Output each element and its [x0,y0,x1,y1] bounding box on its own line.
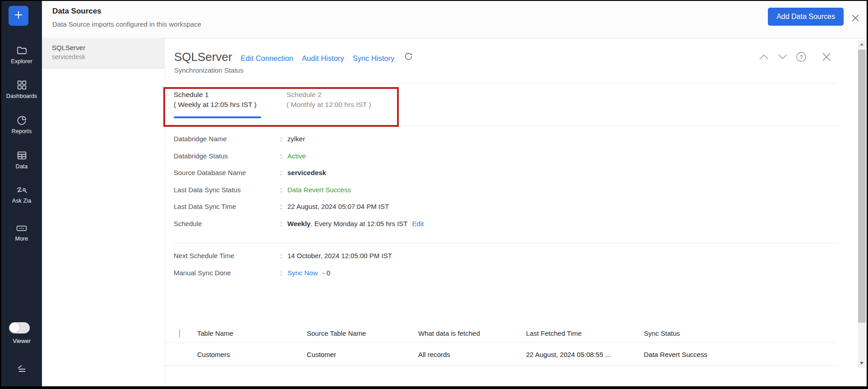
column-header: Last Fetched Time [526,329,644,337]
grid-icon [1,79,42,91]
tab-name: Schedule 1 [174,90,257,100]
table-icon [1,150,42,161]
column-header: Source Table Name [307,329,418,337]
toggle-knob [10,323,19,333]
detail-label: Source Database Name [174,169,280,176]
tab-schedule-2[interactable]: Schedule 2 ( Monthly at 12:00 hrs IST ) [286,90,371,110]
add-data-sources-button[interactable]: Add Data Sources [768,8,844,26]
status-badge: Active [287,152,306,160]
data-source-list: SQLServer servicedesk [42,39,165,386]
colon: : [280,203,287,210]
section-label: Synchronization Status [174,66,243,74]
sync-details: Databridge Name : zylker Databridge Stat… [174,130,424,232]
sidebar-item-explorer[interactable]: Explorer [1,45,42,65]
cell-source-table-name: Customer [307,351,418,358]
sidebar-item-data[interactable]: Data [1,150,42,170]
next-source-icon[interactable] [777,53,789,60]
active-tab-indicator [174,116,261,118]
colon: : [280,169,287,176]
sidebar-item-reports[interactable]: Reports [1,115,42,134]
sidebar-item-label: Data [1,163,42,170]
colon: : [280,269,287,277]
detail-value: 14 October, 2024 12:05:00 PM IST [287,252,392,259]
data-source-list-item-selected[interactable]: SQLServer servicedesk [42,39,165,69]
colon: : [280,220,287,227]
sync-history-link[interactable]: Sync History [353,54,395,63]
edit-connection-link[interactable]: Edit Connection [241,54,294,63]
schedule-type: Weekly [287,220,310,227]
divider [174,243,838,243]
connection-title: SQLServer [174,50,232,64]
sidebar-item-dashboards[interactable]: Dashboards [1,79,42,99]
detail-value: 22 August, 2024 05:07:04 PM IST [287,203,389,210]
detail-row: Databridge Name : zylker [174,130,424,148]
detail-row: Last Data Sync Time : 22 August, 2024 05… [174,198,424,215]
sidebar-item-label: Dashboards [1,93,42,99]
sidebar-item-label: Ask Zia [1,198,42,204]
detail-label: Manual Sync Done [174,269,280,277]
detail-row: Schedule : Weekly. Every Monday at 12:05… [174,215,424,232]
divider [398,126,838,126]
status-badge: Data Revert Success [287,186,351,194]
close-page-icon[interactable] [850,13,860,25]
refresh-icon[interactable] [404,51,414,63]
detail-value: zylker [287,135,305,143]
data-source-name: SQLServer [52,44,165,51]
data-source-database: servicedesk [52,53,165,60]
previous-source-icon[interactable] [758,53,770,60]
detail-row: Databridge Status : Active [174,148,424,165]
cell-table-name: Customers [197,351,307,358]
app-window: Explorer Dashboards Re [1,1,867,386]
screenshot-frame: Explorer Dashboards Re [0,0,868,389]
colon: : [280,252,287,259]
cell-last-fetched-time: 22 August, 2024 05:08:55 ... [526,351,644,358]
page-title: Data Sources [52,7,102,16]
create-new-button[interactable] [9,6,28,26]
detail-row: Source Database Name : servicedesk [174,164,424,181]
detail-value: Sync Now- 0 [287,269,330,277]
table-header-row: Table Name Source Table Name What data i… [165,324,838,343]
scroll-down-arrow-icon[interactable] [860,362,863,365]
detail-label: Last Data Sync Time [174,203,280,210]
colon: : [280,135,287,143]
column-header: What data is fetched [418,329,526,337]
colon: : [280,152,287,160]
vertical-scrollbar[interactable] [858,40,866,368]
sync-count: - 0 [323,269,331,277]
sync-now-link[interactable]: Sync Now [287,269,318,277]
plus-icon [13,9,24,22]
ellipsis-icon [1,223,42,233]
tab-schedule-detail: ( Weekly at 12:05 hrs IST ) [174,100,257,110]
scroll-up-arrow-icon[interactable] [860,43,863,46]
page-subtitle: Data Source imports configured in this w… [52,20,201,28]
collapse-arrow-icon [16,368,28,376]
edit-schedule-link[interactable]: Edit [412,220,424,227]
detail-label: Databridge Status [174,152,280,160]
detail-value: servicedesk [287,169,326,176]
cell-sync-status: Data Revert Success [644,351,838,358]
detail-label: Next Schedule Time [174,252,280,259]
svg-text:?: ? [800,54,803,60]
detail-label: Databridge Name [174,135,280,143]
audit-history-link[interactable]: Audit History [302,54,344,63]
sidebar-item-ask-zia[interactable]: Ask Zia [1,185,42,204]
panel-title-row: SQLServer Edit Connection Audit History … [174,50,414,64]
pie-chart-icon [1,115,42,126]
sidebar-item-label: Explorer [1,58,42,65]
help-icon[interactable]: ? [796,51,807,62]
collapse-sidebar-button[interactable] [1,364,42,376]
zia-icon [1,185,42,195]
scrollbar-thumb[interactable] [858,50,866,323]
detail-row: Next Schedule Time : 14 October, 2024 12… [174,247,392,264]
column-header: Sync Status [644,329,838,337]
select-all-checkbox[interactable] [179,329,180,338]
schedule-detail: . Every Monday at 12:05 hrs IST [310,220,407,227]
table-row[interactable]: Customers Customer All records 22 August… [165,343,838,366]
left-navigation-sidebar: Explorer Dashboards Re [1,1,42,386]
sidebar-item-more[interactable]: More [1,223,42,242]
viewer-mode-toggle[interactable] [9,322,30,333]
tab-schedule-1[interactable]: Schedule 1 ( Weekly at 12:05 hrs IST ) [174,90,257,110]
detail-label: Schedule [174,220,280,227]
close-panel-icon[interactable] [821,51,832,62]
column-header: Table Name [197,329,307,337]
